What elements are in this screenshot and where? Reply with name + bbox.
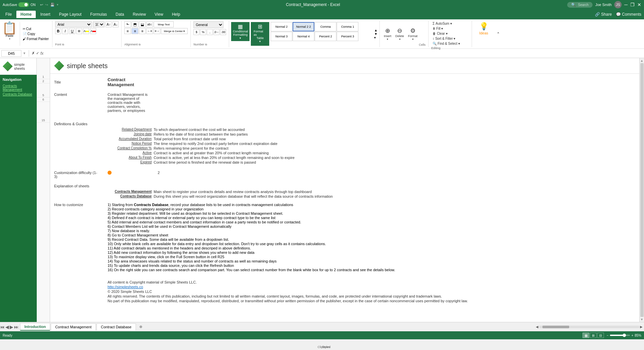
- border-btn[interactable]: ⊞: [76, 28, 82, 34]
- delete-cell-btn[interactable]: ⊖ Delete ▾: [394, 26, 406, 41]
- wrap-text-btn[interactable]: Wrap Text: [154, 21, 174, 27]
- merge-center-btn[interactable]: Merge & Center ▾: [161, 28, 188, 34]
- style-comma1[interactable]: Comma 1: [337, 22, 358, 31]
- fill-color-btn[interactable]: A: [83, 28, 89, 34]
- tab-help[interactable]: Help: [168, 11, 184, 18]
- paste-dropdown[interactable]: ▾: [9, 37, 10, 40]
- scroll-down-btn[interactable]: ▼: [640, 318, 644, 321]
- horizontal-scroll-left[interactable]: ◀: [536, 325, 538, 329]
- tab-introduction[interactable]: Introduction: [20, 323, 50, 331]
- close-btn[interactable]: ✕: [637, 2, 641, 7]
- fill-btn[interactable]: ⬇ Fill ▾: [431, 26, 461, 31]
- number-format-select[interactable]: General: [193, 21, 223, 28]
- increase-font-btn[interactable]: A↑: [106, 21, 112, 27]
- share-btn[interactable]: 🔗 Share: [595, 12, 612, 17]
- tab-insert[interactable]: Insert: [36, 11, 54, 18]
- zoom-out-btn[interactable]: −: [607, 334, 609, 337]
- tab-last-btn[interactable]: ⏭: [14, 324, 19, 330]
- tab-page-layout[interactable]: Page Layout: [55, 11, 86, 18]
- delete-dropdown[interactable]: ▾: [399, 38, 400, 41]
- align-top-right-btn[interactable]: ⬓: [139, 21, 146, 27]
- cancel-formula-btn[interactable]: ✗: [32, 51, 35, 55]
- tab-view[interactable]: View: [151, 11, 167, 18]
- tab-contract-management[interactable]: Contract Management: [51, 323, 96, 330]
- search-bar[interactable]: 🔍 Search: [567, 2, 593, 8]
- clear-btn[interactable]: 🗑 Clear ▾: [431, 31, 461, 36]
- tab-data[interactable]: Data: [112, 11, 128, 18]
- comma-btn[interactable]: ,: [207, 29, 213, 35]
- style-percent3[interactable]: Percent 3: [337, 32, 358, 41]
- confirm-formula-btn[interactable]: ✓: [36, 51, 39, 55]
- style-normal22[interactable]: Normal 2 2: [293, 22, 314, 31]
- add-sheet-btn[interactable]: ⊕: [137, 323, 145, 330]
- styles-scroll-down[interactable]: ▼: [374, 32, 377, 36]
- page-layout-view-btn[interactable]: ⊞: [590, 333, 597, 338]
- style-comma[interactable]: Comma: [315, 22, 336, 31]
- tab-contract-database[interactable]: Contract Database: [97, 323, 136, 330]
- font-size-select[interactable]: 10: [93, 21, 105, 27]
- orientation-btn[interactable]: ab↕: [146, 21, 153, 27]
- format-cell-btn[interactable]: ⚙ Format ▾: [407, 26, 419, 41]
- align-center-btn[interactable]: ≡: [132, 28, 138, 34]
- autosum-btn[interactable]: Σ AutoSum ▾: [431, 21, 461, 26]
- zoom-slider-thumb[interactable]: [623, 334, 626, 337]
- minimize-btn[interactable]: ─: [624, 2, 628, 7]
- autosave-area[interactable]: AutoSave ON: [3, 2, 35, 7]
- save-btn[interactable]: 💾: [50, 3, 55, 7]
- restore-btn[interactable]: ❐: [630, 2, 635, 7]
- insert-cell-btn[interactable]: ⊕ Insert ▾: [382, 26, 393, 41]
- nav-contracts-database[interactable]: Contracts Database: [3, 93, 34, 96]
- bold-btn[interactable]: B: [55, 28, 61, 34]
- ideas-btn[interactable]: 💡 Ideas: [477, 21, 490, 36]
- scroll-thumb[interactable]: [640, 63, 644, 317]
- style-normal4[interactable]: Normal 4: [293, 32, 314, 41]
- align-left-btn[interactable]: ≡: [124, 28, 131, 34]
- style-percent2[interactable]: Percent 2: [315, 32, 336, 41]
- find-select-btn[interactable]: 🔍 Find & Select ▾: [431, 41, 461, 46]
- conditional-formatting-btn[interactable]: ▦ Conditional Formatting ▾: [231, 22, 250, 41]
- sort-filter-btn[interactable]: ↕ Sort & Filter ▾: [431, 36, 461, 41]
- increase-indent-btn[interactable]: ≡→: [154, 28, 160, 34]
- font-name-select[interactable]: Arial: [55, 21, 92, 27]
- style-normal3[interactable]: Normal 3: [271, 32, 292, 41]
- percent-btn[interactable]: %: [200, 29, 206, 35]
- vertical-scrollbar[interactable]: ▲ ▼: [639, 58, 644, 322]
- scroll-up-btn[interactable]: ▲: [640, 59, 644, 62]
- decrease-indent-btn[interactable]: ←≡: [146, 28, 153, 34]
- cut-btn[interactable]: ✂ Cut: [21, 27, 50, 31]
- insert-dropdown[interactable]: ▾: [387, 38, 388, 41]
- cell-reference-input[interactable]: [1, 50, 21, 57]
- horizontal-scroll-right[interactable]: ▶: [640, 325, 643, 329]
- tab-review[interactable]: Review: [129, 11, 150, 18]
- horizontal-scrollbar[interactable]: [539, 326, 639, 328]
- font-color-btn[interactable]: A: [90, 28, 96, 34]
- currency-btn[interactable]: $: [193, 29, 199, 35]
- tab-file[interactable]: File: [1, 11, 16, 18]
- copyright-link[interactable]: http://simplesheets.co: [108, 285, 143, 289]
- tab-prev-btn[interactable]: ◀: [5, 324, 9, 330]
- decrease-font-btn[interactable]: A↓: [113, 21, 119, 27]
- tab-home[interactable]: Home: [16, 11, 35, 18]
- undo-btn[interactable]: ↩: [40, 3, 43, 7]
- italic-btn[interactable]: I: [62, 28, 68, 34]
- tab-formulas[interactable]: Formulas: [86, 11, 111, 18]
- expand-ref-btn[interactable]: ▼: [23, 51, 26, 55]
- increase-decimal-btn[interactable]: .00: [220, 29, 226, 35]
- styles-scroll-up[interactable]: ▲: [374, 28, 377, 32]
- redo-btn[interactable]: ↪: [45, 3, 48, 7]
- align-top-left-btn[interactable]: ⬑: [124, 21, 131, 27]
- format-painter-btn[interactable]: 🖌 Format Painter: [21, 37, 50, 41]
- comments-btn[interactable]: 💬 Comments: [616, 12, 641, 17]
- format-dropdown[interactable]: ▾: [412, 38, 414, 41]
- format-table-btn[interactable]: ⊞ Format as Table ▾: [251, 22, 269, 46]
- decrease-decimal-btn[interactable]: .0←: [213, 29, 219, 35]
- normal-view-btn[interactable]: ▦: [583, 333, 589, 338]
- horizontal-scroll-thumb[interactable]: [542, 326, 569, 328]
- underline-btn[interactable]: U: [69, 28, 75, 34]
- formula-input[interactable]: [46, 51, 643, 55]
- tab-next-btn[interactable]: ▶: [10, 324, 13, 330]
- user-avatar[interactable]: JS: [614, 1, 622, 8]
- align-top-center-btn[interactable]: ⬒: [132, 21, 138, 27]
- copy-btn[interactable]: 📄 Copy: [21, 32, 50, 36]
- zoom-slider[interactable]: [610, 335, 630, 336]
